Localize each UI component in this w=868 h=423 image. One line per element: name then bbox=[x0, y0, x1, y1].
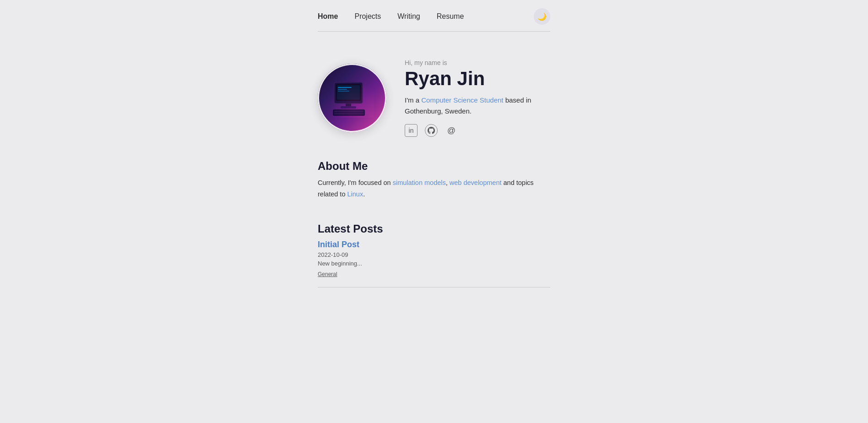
posts-section: Latest Posts Initial Post 2022-10-09 New… bbox=[318, 222, 550, 287]
about-comma: , bbox=[446, 179, 450, 186]
about-section: About Me Currently, I'm focused on simul… bbox=[318, 160, 550, 200]
bio-prefix: I'm a bbox=[405, 96, 421, 104]
about-prefix: Currently, I'm focused on bbox=[318, 179, 393, 186]
linux-link[interactable]: Linux bbox=[347, 190, 363, 198]
computer-illustration bbox=[331, 79, 374, 118]
about-heading: About Me bbox=[318, 160, 550, 173]
github-icon[interactable] bbox=[425, 124, 438, 137]
posts-heading: Latest Posts bbox=[318, 222, 550, 235]
webdev-link[interactable]: web development bbox=[450, 179, 502, 186]
bio-text: I'm a Computer Science Student based in … bbox=[405, 95, 550, 117]
avatar bbox=[318, 64, 386, 132]
post-date: 2022-10-09 bbox=[318, 251, 550, 258]
linkedin-icon[interactable]: in bbox=[405, 124, 418, 137]
navbar: Home Projects Writing Resume 🌙 bbox=[318, 0, 550, 25]
nav-divider bbox=[318, 31, 550, 32]
hero-section: Hi, my name is Ryan Jin I'm a Computer S… bbox=[318, 59, 550, 137]
social-icons: in @ bbox=[405, 124, 550, 137]
svg-rect-11 bbox=[331, 79, 374, 118]
hero-text: Hi, my name is Ryan Jin I'm a Computer S… bbox=[405, 59, 550, 137]
nav-projects[interactable]: Projects bbox=[354, 12, 381, 21]
name-heading: Ryan Jin bbox=[405, 68, 550, 89]
post-title-link[interactable]: Initial Post bbox=[318, 240, 550, 249]
bio-cs-link[interactable]: Computer Science Student bbox=[421, 96, 503, 104]
post-item: Initial Post 2022-10-09 New beginning...… bbox=[318, 240, 550, 278]
simulation-link[interactable]: simulation models bbox=[393, 179, 446, 186]
post-divider bbox=[318, 287, 550, 287]
moon-icon: 🌙 bbox=[537, 12, 547, 21]
about-end: . bbox=[363, 190, 365, 198]
nav-writing[interactable]: Writing bbox=[397, 12, 420, 21]
nav-links: Home Projects Writing Resume bbox=[318, 12, 517, 21]
nav-home[interactable]: Home bbox=[318, 12, 338, 21]
email-icon[interactable]: @ bbox=[445, 124, 458, 137]
theme-toggle-button[interactable]: 🌙 bbox=[534, 8, 550, 25]
avatar-container bbox=[318, 64, 386, 132]
post-tag[interactable]: General bbox=[318, 271, 337, 277]
about-text: Currently, I'm focused on simulation mod… bbox=[318, 177, 550, 200]
greeting-text: Hi, my name is bbox=[405, 59, 550, 66]
post-excerpt: New beginning... bbox=[318, 260, 550, 267]
nav-resume[interactable]: Resume bbox=[437, 12, 464, 21]
